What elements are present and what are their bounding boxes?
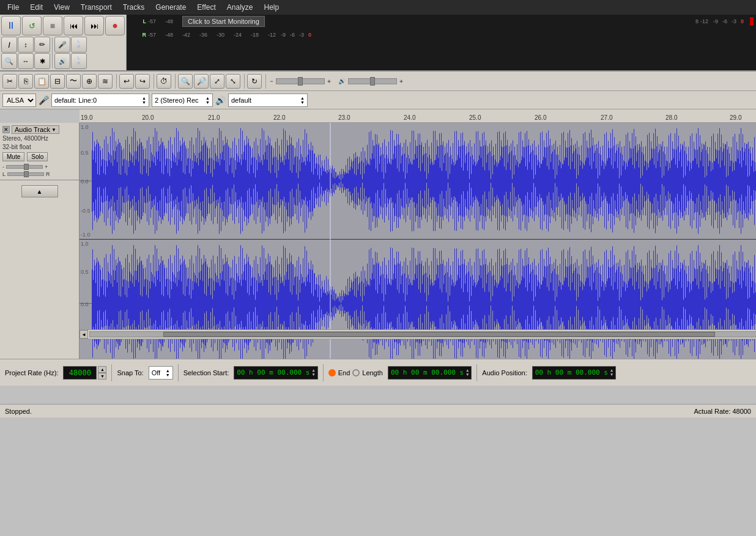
track-close-button[interactable]: ✕ <box>2 126 10 133</box>
end-arrows[interactable]: ▲ ▼ <box>466 369 469 377</box>
transport-toolbar: ⏸ ↺ ■ ⏮ ⏭ ● <box>1 16 125 35</box>
vu-minus42: -42 <box>182 32 198 38</box>
channel-arrows: ▲ ▼ <box>206 96 210 105</box>
vu-minus48-2: -48 <box>165 32 180 38</box>
ruler-24: 24.0 <box>404 114 415 121</box>
mic-lr-button[interactable]: LR <box>71 37 87 53</box>
track-pan-slider[interactable] <box>7 172 44 176</box>
zoom-in-button[interactable]: 🔍 <box>178 74 193 89</box>
channel-value: 2 (Stereo) Rec <box>155 97 206 104</box>
input-device-wrapper: default: Line:0 ▲ ▼ <box>51 94 149 107</box>
cut-button[interactable]: ✂ <box>2 74 17 89</box>
selection-start-display[interactable]: 00 h 00 m 00.000 s ▲ ▼ <box>234 366 317 380</box>
paste-button[interactable]: 📋 <box>34 74 49 89</box>
timeline-ruler[interactable]: 19.0 20.0 21.0 22.0 23.0 24.0 25.0 26.0 … <box>80 109 756 123</box>
vu-minus30: -30 <box>217 32 232 38</box>
sel-start-arrows[interactable]: ▲ ▼ <box>312 369 314 377</box>
trim-button[interactable]: ⊟ <box>50 74 65 89</box>
skip-back-button[interactable]: ⏮ <box>64 16 83 35</box>
zoom-waveform-button[interactable]: ≋ <box>98 74 113 89</box>
draw-tool-button[interactable]: ✏ <box>34 37 50 53</box>
solo-button[interactable]: Solo <box>27 152 48 161</box>
edit-toolbar: ✂ ⎘ 📋 ⊟ 〜 ⊕ ≋ ↩ ↪ ⏱ 🔍 🔎 ⤢ ⤡ ↻ － ＋ 🔊 ＋ <box>0 72 756 91</box>
snap-to-selector[interactable]: Off ▲ ▼ <box>149 366 173 380</box>
time-cursor-button[interactable]: ⏱ <box>157 74 171 89</box>
ruler-21: 21.0 <box>208 114 220 121</box>
menu-view[interactable]: View <box>49 2 75 13</box>
output-device-selector[interactable]: default ▲ ▼ <box>228 94 308 107</box>
menu-effect[interactable]: Effect <box>192 2 220 13</box>
track-name-label: Audio Track <box>15 126 50 133</box>
snap-to-value: Off <box>152 369 160 376</box>
audio-position-value: 00 h 00 m 00.000 s <box>535 369 608 376</box>
pan-row: L R <box>2 171 76 177</box>
scroll-left-button[interactable]: ◄ <box>80 330 88 339</box>
project-rate-label: Project Rate (Hz): <box>5 369 58 376</box>
silence-button[interactable]: 〜 <box>66 74 81 89</box>
audio-position-display[interactable]: 00 h 00 m 00.000 s ▲ ▼ <box>532 366 616 380</box>
gain-slider[interactable] <box>276 78 325 84</box>
horizontal-scrollbar[interactable]: ◄ ► <box>80 329 756 339</box>
track-info-line1: Stereo, 48000Hz <box>2 135 76 142</box>
length-radio[interactable] <box>352 369 360 376</box>
loop-button[interactable]: ↻ <box>247 74 262 89</box>
menu-generate[interactable]: Generate <box>150 2 191 13</box>
scrollbar-thumb[interactable] <box>163 332 715 337</box>
volume-slider[interactable] <box>348 78 397 84</box>
menu-help[interactable]: Help <box>259 2 284 13</box>
speaker-tool-button[interactable]: 🔊 <box>54 53 70 69</box>
track-gain-thumb <box>24 164 29 170</box>
track-scroll-up-button[interactable]: ▲ <box>21 185 58 197</box>
track-gain-slider[interactable] <box>6 165 43 169</box>
length-label: Length <box>362 369 383 376</box>
speaker-lr-button[interactable]: LR <box>71 53 87 69</box>
menu-tracks[interactable]: Tracks <box>118 2 150 13</box>
rate-up-button[interactable]: ▲ <box>98 366 106 373</box>
mute-button[interactable]: Mute <box>2 152 24 161</box>
fit-project-button[interactable]: ⤢ <box>210 74 224 89</box>
rate-down-button[interactable]: ▼ <box>98 373 106 380</box>
end-display[interactable]: 00 h 00 m 00.000 s ▲ ▼ <box>388 366 472 380</box>
vu-zero-1: 0 <box>741 18 747 24</box>
project-rate-wrapper: 48000 ▲ ▼ <box>63 366 106 380</box>
scrollbar-track[interactable] <box>89 331 756 337</box>
skip-fwd-button[interactable]: ⏭ <box>84 16 104 35</box>
sep3 <box>323 364 324 381</box>
track-scroll-area: ▲ <box>0 180 79 202</box>
timeshift-tool-button[interactable]: ↔ <box>18 53 34 69</box>
menu-analyze[interactable]: Analyze <box>222 2 258 13</box>
zoom-normal-button[interactable]: ⊕ <box>82 74 97 89</box>
multi-tool-button[interactable]: ✱ <box>34 53 50 69</box>
ruler-26: 26.0 <box>535 114 546 121</box>
fit-tracks-button[interactable]: ⤡ <box>226 74 240 89</box>
vu-minus12-1: -12 <box>700 18 711 24</box>
click-to-monitor-button[interactable]: Click to Start Monitoring <box>182 16 265 27</box>
envelope-tool-button[interactable]: ↕ <box>18 37 34 53</box>
end-radio[interactable] <box>328 369 336 376</box>
menu-transport[interactable]: Transport <box>76 2 117 13</box>
ruler-20: 20.0 <box>142 114 154 121</box>
track-name-button[interactable]: Audio Track ▼ <box>12 125 59 134</box>
pause-button[interactable]: ⏸ <box>1 16 21 35</box>
stop-button[interactable]: ■ <box>43 16 62 35</box>
selection-tool-button[interactable]: I <box>1 37 17 53</box>
project-rate-arrows[interactable]: ▲ ▼ <box>98 366 106 380</box>
redo-button[interactable]: ↪ <box>135 74 150 89</box>
copy-button[interactable]: ⎘ <box>18 74 33 89</box>
zoom-out-button[interactable]: 🔎 <box>194 74 209 89</box>
scroll-left-icon: ◄ <box>81 332 86 337</box>
vu-minus12-2: -12 <box>268 32 279 38</box>
mic-tool-button[interactable]: 🎤 <box>54 37 70 53</box>
undo-button[interactable]: ↩ <box>119 74 134 89</box>
menu-file[interactable]: File <box>2 2 24 13</box>
track-name-row: ✕ Audio Track ▼ <box>2 125 76 134</box>
zoom-tool-button[interactable]: 🔍 <box>1 53 17 69</box>
input-device-selector[interactable]: default: Line:0 ▲ ▼ <box>51 94 149 107</box>
api-selector[interactable]: ALSA <box>2 94 36 107</box>
menu-edit[interactable]: Edit <box>25 2 48 13</box>
channel-selector[interactable]: 2 (Stereo) Rec ▲ ▼ <box>152 94 213 107</box>
vu-minus57-2: -57 <box>148 32 163 38</box>
rewind-button[interactable]: ↺ <box>22 16 42 35</box>
record-button[interactable]: ● <box>105 16 125 35</box>
audio-pos-arrows[interactable]: ▲ ▼ <box>610 369 613 377</box>
